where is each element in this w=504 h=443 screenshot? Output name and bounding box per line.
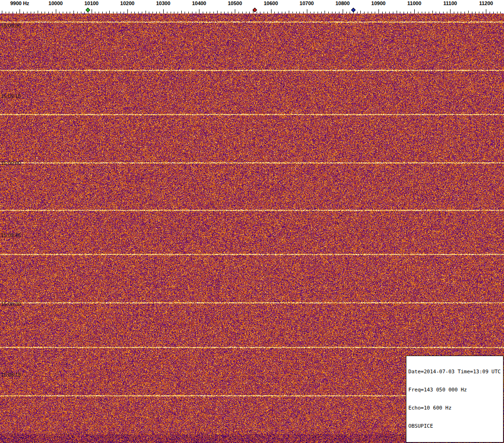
ruler-tick — [378, 9, 379, 13]
info-echo: Echo=10 600 Hz — [408, 405, 501, 411]
ruler-tick — [92, 9, 92, 13]
ruler-frequency-label: 9900 Hz — [10, 0, 29, 6]
ruler-frequency-label: 10200 — [120, 0, 135, 6]
ruler-frequency-label: 10000 — [48, 0, 63, 6]
ruler-tick — [199, 9, 199, 13]
time-label: 15:08:30 — [1, 301, 21, 307]
ruler-frequency-label: 10300 — [156, 0, 171, 6]
ruler-tick — [235, 9, 235, 13]
time-label: 15:09:30 — [1, 23, 21, 28]
ruler-tick — [307, 9, 307, 13]
ruler-frequency-label: 10500 — [228, 0, 242, 6]
ruler-frequency-label: 10900 — [371, 0, 386, 6]
ruler-frequency-label: 11100 — [444, 0, 457, 6]
ruler-frequency-label: 10800 — [336, 0, 350, 6]
ruler-tick — [414, 9, 415, 13]
info-box: Date=2014-07-03 Time=13:09 UTC Freq=143 … — [406, 356, 504, 443]
ruler-frequency-label: 10600 — [264, 0, 278, 6]
ruler-tick — [56, 9, 56, 13]
frequency-ruler: 9900 Hz100001010010200103001040010500106… — [0, 0, 504, 13]
time-label: 15:08:15 — [1, 372, 21, 377]
ruler-tick — [163, 9, 164, 13]
time-label: 15:09:00 — [1, 160, 21, 166]
ruler-frequency-label: 11200 — [479, 0, 493, 6]
frequency-marker-green-diamond-icon[interactable] — [86, 8, 90, 13]
ruler-tick — [127, 9, 128, 13]
ruler-frequency-label: 10400 — [192, 0, 206, 6]
ruler-frequency-label: 11000 — [407, 0, 421, 6]
ruler-frequency-label: 10100 — [84, 0, 99, 6]
time-label: 15:09:15 — [1, 93, 21, 99]
frequency-marker-blue-diamond-icon[interactable] — [351, 8, 356, 13]
info-date-time: Date=2014-07-03 Time=13:09 UTC — [408, 369, 501, 375]
ruler-tick — [20, 9, 20, 13]
waterfall-display: -100 dB -50 0 Date=2014-07-03 Time=13:09… — [0, 13, 504, 443]
info-frequency: Freq=143 050 000 Hz — [408, 387, 501, 393]
ruler-frequency-label: 10700 — [299, 0, 314, 6]
ruler-tick — [343, 9, 343, 13]
info-station: OBSUPICE — [408, 423, 501, 429]
spectrogram-app: 9900 Hz100001010010200103001040010500106… — [0, 0, 504, 443]
ruler-tick — [486, 9, 486, 13]
ruler-tick — [450, 9, 451, 13]
time-label: 15:08:45 — [1, 232, 21, 238]
ruler-tick — [271, 9, 272, 13]
